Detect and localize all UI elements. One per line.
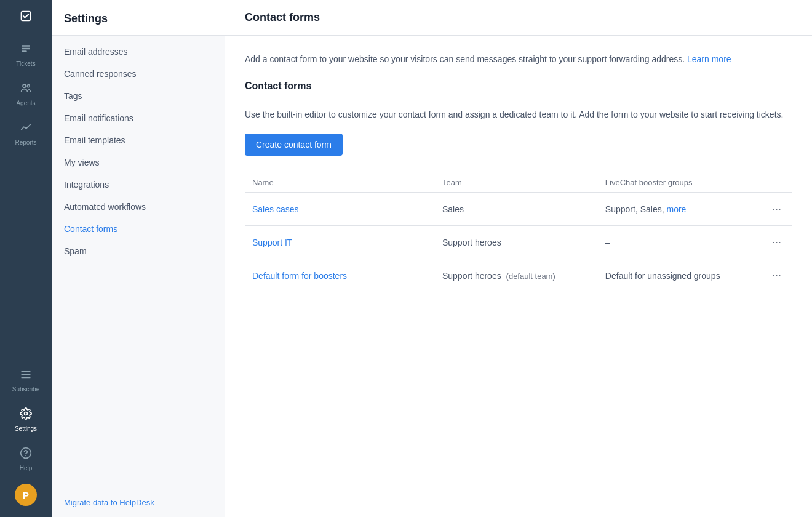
sidebar-menu: Email addresses Canned responses Tags Em… xyxy=(52,36,225,487)
table-row: Support IT Support heroes – ··· xyxy=(245,226,792,259)
svg-rect-1 xyxy=(22,45,30,47)
form-groups-cell: Default for unassigned groups xyxy=(598,259,761,292)
sidebar-footer: Migrate data to HelpDesk xyxy=(52,487,225,517)
form-name-link-sales-cases[interactable]: Sales cases xyxy=(252,204,298,214)
table-header-name: Name xyxy=(245,173,435,193)
subscribe-icon xyxy=(20,368,32,383)
sidebar-item-email-templates[interactable]: Email templates xyxy=(52,129,225,151)
nav-logo[interactable] xyxy=(0,0,52,35)
row-actions-button-support-it[interactable]: ··· xyxy=(768,234,785,250)
sidebar-item-spam[interactable]: Spam xyxy=(52,240,225,262)
groups-more-link[interactable]: more xyxy=(666,204,686,214)
form-name-cell: Support IT xyxy=(245,226,435,259)
learn-more-link[interactable]: Learn more xyxy=(687,54,731,64)
help-icon xyxy=(20,447,32,462)
team-default-label: (default team) xyxy=(506,271,555,281)
svg-rect-3 xyxy=(22,50,26,52)
svg-rect-6 xyxy=(22,371,31,372)
main-content: Contact forms Add a contact form to your… xyxy=(225,0,812,517)
form-groups-cell: Support, Sales, more xyxy=(598,193,761,226)
svg-point-5 xyxy=(27,85,30,87)
help-label: Help xyxy=(20,465,33,471)
table-row: Sales cases Sales Support, Sales, more ·… xyxy=(245,193,792,226)
form-actions-cell: ··· xyxy=(761,226,792,259)
sidebar: Settings Email addresses Canned response… xyxy=(52,0,225,517)
svg-point-11 xyxy=(25,455,26,456)
nav-settings[interactable]: Settings xyxy=(0,400,52,439)
form-team-cell: Support heroes xyxy=(435,226,598,259)
form-groups-cell: – xyxy=(598,226,761,259)
icon-nav: Tickets Agents Reports xyxy=(0,0,52,517)
form-actions-cell: ··· xyxy=(761,193,792,226)
section-description: Use the built-in editor to customize you… xyxy=(245,108,792,121)
tickets-icon xyxy=(20,42,32,58)
svg-rect-8 xyxy=(22,377,31,378)
user-avatar[interactable]: P xyxy=(15,484,37,506)
sidebar-item-email-notifications[interactable]: Email notifications xyxy=(52,107,225,129)
tickets-label: Tickets xyxy=(16,60,35,67)
nav-subscribe[interactable]: Subscribe xyxy=(0,361,52,400)
reports-icon xyxy=(20,121,32,137)
form-name-link-default-form[interactable]: Default form for boosters xyxy=(252,271,347,281)
sidebar-title: Settings xyxy=(52,0,225,36)
sidebar-item-my-views[interactable]: My views xyxy=(52,151,225,174)
row-actions-button-default-form[interactable]: ··· xyxy=(768,268,785,283)
create-contact-form-button[interactable]: Create contact form xyxy=(245,134,343,156)
nav-agents[interactable]: Agents xyxy=(0,74,52,114)
logo-icon xyxy=(20,10,32,25)
sidebar-item-contact-forms[interactable]: Contact forms xyxy=(52,218,225,240)
settings-icon xyxy=(20,407,32,423)
page-title: Contact forms xyxy=(225,0,812,36)
agents-label: Agents xyxy=(16,100,35,106)
section-title: Contact forms xyxy=(245,81,792,92)
table-header-groups: LiveChat booster groups xyxy=(598,173,761,193)
contact-forms-table: Name Team LiveChat booster groups Sales … xyxy=(245,173,792,292)
form-name-cell: Default form for boosters xyxy=(245,259,435,292)
subscribe-label: Subscribe xyxy=(12,386,39,393)
intro-paragraph: Add a contact form to your website so yo… xyxy=(245,53,792,66)
sidebar-item-tags[interactable]: Tags xyxy=(52,85,225,107)
nav-tickets[interactable]: Tickets xyxy=(0,35,52,74)
migrate-data-link[interactable]: Migrate data to HelpDesk xyxy=(64,498,154,507)
settings-label: Settings xyxy=(15,425,37,432)
sidebar-item-canned-responses[interactable]: Canned responses xyxy=(52,63,225,85)
table-row: Default form for boosters Support heroes… xyxy=(245,259,792,292)
sidebar-item-email-addresses[interactable]: Email addresses xyxy=(52,41,225,63)
form-actions-cell: ··· xyxy=(761,259,792,292)
svg-rect-7 xyxy=(22,374,31,375)
agents-icon xyxy=(20,82,32,97)
svg-point-9 xyxy=(25,412,28,415)
nav-help[interactable]: Help xyxy=(0,439,52,479)
form-name-cell: Sales cases xyxy=(245,193,435,226)
svg-point-4 xyxy=(23,84,26,87)
sidebar-item-integrations[interactable]: Integrations xyxy=(52,174,225,196)
reports-label: Reports xyxy=(15,139,36,146)
form-team-cell: Sales xyxy=(435,193,598,226)
form-name-link-support-it[interactable]: Support IT xyxy=(252,238,292,247)
table-header-actions xyxy=(761,173,792,193)
section-divider xyxy=(245,98,792,98)
main-body: Add a contact form to your website so yo… xyxy=(225,36,812,517)
table-header-team: Team xyxy=(435,173,598,193)
nav-reports[interactable]: Reports xyxy=(0,114,52,153)
form-team-cell: Support heroes (default team) xyxy=(435,259,598,292)
sidebar-item-automated-workflows[interactable]: Automated workflows xyxy=(52,196,225,218)
row-actions-button-sales-cases[interactable]: ··· xyxy=(768,201,785,217)
svg-rect-2 xyxy=(22,48,30,50)
